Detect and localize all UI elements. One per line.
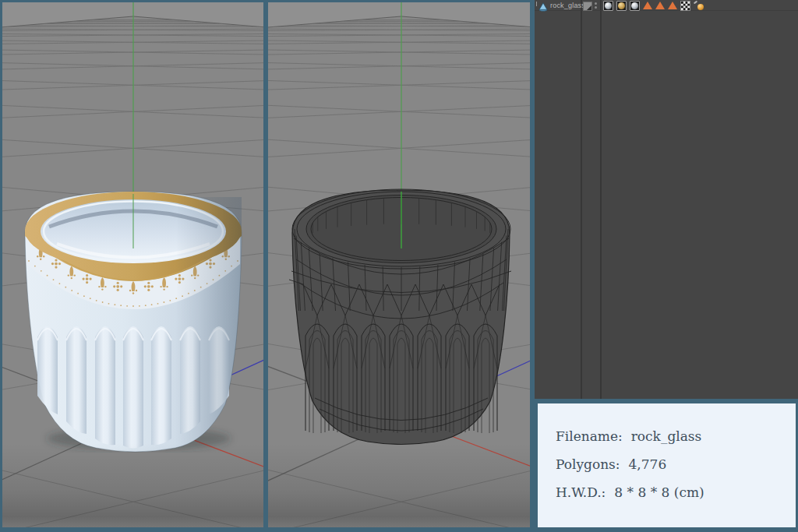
- layer-column: [582, 1, 600, 10]
- enable-dot-bottom[interactable]: [595, 6, 597, 9]
- column-divider: [600, 0, 602, 399]
- triangle-tag-icon[interactable]: [655, 2, 665, 9]
- triangle-tag-icon[interactable]: [668, 2, 677, 9]
- triangle-tag-icon[interactable]: [643, 2, 652, 9]
- wireframe-cup-model[interactable]: [289, 189, 511, 445]
- phong-ball-tag-icon[interactable]: [694, 1, 704, 10]
- layer-icon[interactable]: [583, 2, 592, 11]
- object-manager-panel: rock_glass: [535, 0, 798, 399]
- material-silver-icon[interactable]: [603, 1, 613, 11]
- row-divider: [535, 10, 798, 11]
- info-polygons: Polygons:4,776: [556, 456, 666, 472]
- hierarchy-branch-icon: [536, 2, 537, 6]
- viewport-wireframe[interactable]: [268, 2, 530, 527]
- uvw-checker-tag-icon[interactable]: [680, 1, 690, 11]
- application-window: rock_glass Filename:rock_glass Polygons:…: [0, 0, 798, 532]
- info-dimensions: H.W.D.:8 * 8 * 8 (cm): [556, 484, 704, 500]
- tag-list: [603, 1, 704, 10]
- column-divider: [581, 0, 582, 399]
- material-silver-icon[interactable]: [630, 1, 640, 11]
- material-gold-icon[interactable]: [616, 1, 627, 11]
- cone-object-icon: [538, 1, 548, 10]
- info-filename: Filename:rock_glass: [556, 428, 701, 444]
- object-name[interactable]: rock_glass: [550, 2, 585, 9]
- model-info-panel: Filename:rock_glass Polygons:4,776 H.W.D…: [538, 403, 796, 527]
- object-row[interactable]: rock_glass: [535, 0, 581, 10]
- enable-dot-top[interactable]: [595, 2, 597, 5]
- viewport-render[interactable]: [2, 2, 263, 527]
